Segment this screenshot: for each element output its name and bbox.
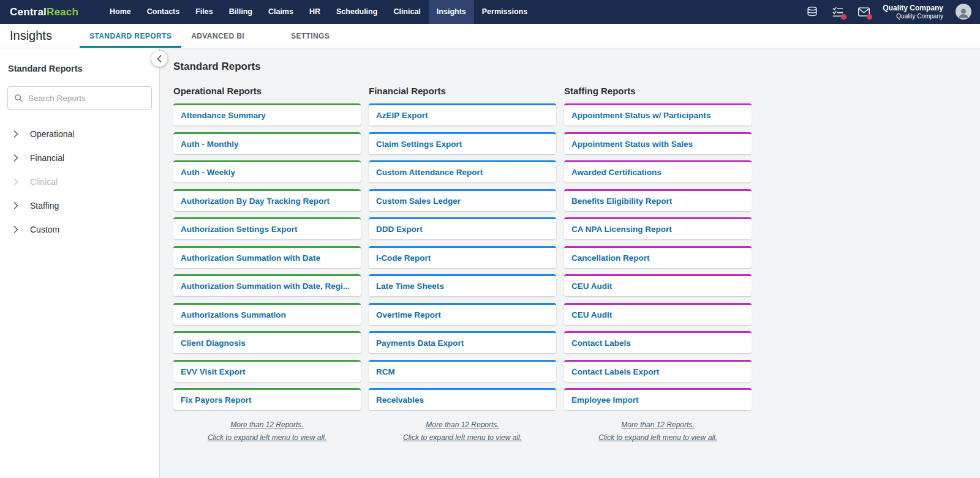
company-switcher[interactable]: Quality Company Quality Company [883, 4, 943, 20]
column-header: Operational Reports [173, 86, 361, 96]
report-card[interactable]: Authorization By Day Tracking Report [173, 189, 361, 211]
more-reports-link[interactable]: More than 12 Reports. [173, 420, 361, 429]
report-card[interactable]: Authorizations Summation [173, 303, 361, 325]
report-card[interactable]: Overtime Report [369, 303, 556, 325]
expand-menu-link[interactable]: Click to expand left menu to view all. [369, 433, 556, 442]
report-card[interactable]: I-Code Report [369, 246, 556, 268]
report-card[interactable]: CEU Audit [564, 303, 752, 325]
user-avatar[interactable] [956, 4, 971, 20]
report-link: Employee Import [571, 395, 639, 405]
report-link: Contact Labels Export [571, 367, 659, 376]
report-card[interactable]: Awarded Certifications [564, 160, 752, 182]
nav-item-scheduling[interactable]: Scheduling [328, 0, 385, 24]
search-icon [14, 94, 23, 103]
company-subname: Quality Company [883, 13, 943, 20]
more-links: More than 12 Reports.Click to expand lef… [369, 420, 556, 442]
report-card[interactable]: AzEIP Export [369, 103, 556, 125]
report-card[interactable]: Late Time Sheets [369, 274, 556, 296]
sidebar-item-label: Operational [30, 129, 74, 139]
report-card[interactable]: RCM [369, 360, 556, 382]
report-card[interactable]: Auth - Monthly [173, 132, 361, 154]
chevron-right-icon [13, 130, 18, 138]
more-links: More than 12 Reports.Click to expand lef… [564, 420, 752, 442]
tab-settings[interactable]: SETTINGS [281, 24, 339, 48]
report-link: Authorization By Day Tracking Report [181, 196, 330, 206]
column-header: Financial Reports [369, 86, 556, 96]
report-link: Cancellation Report [571, 253, 650, 263]
report-card[interactable]: Claim Settings Export [369, 132, 556, 154]
navbar-right: Quality Company Quality Company [805, 4, 980, 20]
report-card[interactable]: Fix Payors Report [173, 388, 361, 410]
nav-item-hr[interactable]: HR [301, 0, 328, 24]
sidebar-item-clinical[interactable]: Clinical [0, 170, 159, 193]
report-card[interactable]: Custom Sales Ledger [369, 189, 556, 211]
report-link: Benefits Eligibility Report [571, 196, 672, 206]
report-column: Staffing ReportsAppointment Status w/ Pa… [564, 86, 752, 446]
report-card[interactable]: Receivables [369, 388, 556, 410]
sidebar-item-custom[interactable]: Custom [0, 217, 159, 241]
report-link: Receivables [376, 395, 424, 405]
report-link: Custom Attendance Report [376, 168, 483, 177]
app-body: Standard Reports OperationalFinancialCli… [0, 48, 980, 478]
sidebar-item-financial[interactable]: Financial [0, 146, 159, 170]
tab-standard-reports[interactable]: STANDARD REPORTS [80, 24, 181, 48]
more-reports-link[interactable]: More than 12 Reports. [369, 420, 556, 429]
more-links: More than 12 Reports.Click to expand lef… [173, 420, 361, 442]
report-card[interactable]: Client Diagnosis [173, 331, 361, 353]
report-card[interactable]: Benefits Eligibility Report [564, 189, 752, 211]
logo-part-reach: Reach [47, 6, 78, 18]
nav-item-permissions[interactable]: Permissions [474, 0, 535, 24]
report-card[interactable]: Contact Labels Export [564, 360, 752, 382]
search-input[interactable] [28, 94, 145, 103]
tasks-icon[interactable] [831, 5, 845, 18]
nav-item-files[interactable]: Files [187, 0, 221, 24]
report-link: Authorization Settings Export [181, 225, 298, 234]
search-box [7, 86, 152, 110]
report-link: Appointment Status with Sales [571, 140, 693, 149]
report-column: Financial ReportsAzEIP ExportClaim Setti… [369, 86, 556, 446]
nav-item-insights[interactable]: Insights [429, 0, 474, 24]
nav-item-clinical[interactable]: Clinical [385, 0, 428, 24]
report-link: CEU Audit [571, 310, 612, 319]
report-card[interactable]: Custom Attendance Report [369, 160, 556, 182]
sidebar-item-operational[interactable]: Operational [0, 122, 159, 146]
report-link: CEU Audit [571, 282, 612, 291]
nav-item-billing[interactable]: Billing [221, 0, 260, 24]
report-card[interactable]: Employee Import [564, 388, 752, 410]
centralreach-logo[interactable]: CentralReach [0, 6, 88, 18]
report-card[interactable]: Auth - Weekly [173, 160, 361, 182]
nav-item-home[interactable]: Home [102, 0, 139, 24]
report-card[interactable]: Authorization Summation with Date [173, 246, 361, 268]
reports-sidebar: Standard Reports OperationalFinancialCli… [0, 48, 160, 478]
report-card[interactable]: Authorization Settings Export [173, 217, 361, 239]
report-link: Overtime Report [376, 310, 441, 319]
expand-menu-link[interactable]: Click to expand left menu to view all. [173, 433, 361, 442]
report-link: CA NPA Licensing Report [571, 225, 672, 234]
nav-item-claims[interactable]: Claims [260, 0, 301, 24]
sidebar-item-staffing[interactable]: Staffing [0, 193, 159, 217]
report-link: Attendance Summary [181, 111, 266, 120]
report-card[interactable]: Authorization Summation with Date, Regi.… [173, 274, 361, 296]
report-card[interactable]: CA NPA Licensing Report [564, 217, 752, 239]
report-card[interactable]: Appointment Status w/ Participants [564, 103, 752, 125]
collapse-sidebar-button[interactable] [151, 51, 167, 67]
apps-stack-icon[interactable] [805, 5, 819, 18]
report-card[interactable]: EVV Visit Export [173, 360, 361, 382]
report-card[interactable]: Appointment Status with Sales [564, 132, 752, 154]
more-reports-link[interactable]: More than 12 Reports. [564, 420, 752, 429]
report-link: Claim Settings Export [376, 140, 462, 149]
sidebar-item-label: Clinical [30, 177, 58, 187]
report-card[interactable]: Cancellation Report [564, 246, 752, 268]
report-card[interactable]: CEU Audit [564, 274, 752, 296]
nav-item-contacts[interactable]: Contacts [139, 0, 187, 24]
expand-menu-link[interactable]: Click to expand left menu to view all. [564, 433, 752, 442]
chevron-right-icon [13, 226, 18, 233]
mail-icon[interactable] [857, 5, 870, 18]
tab-advanced-bi[interactable]: ADVANCED BI [181, 24, 254, 48]
report-card[interactable]: DDD Export [369, 217, 556, 239]
column-header: Staffing Reports [564, 86, 752, 96]
report-card[interactable]: Payments Data Export [369, 331, 556, 353]
report-card[interactable]: Attendance Summary [173, 103, 361, 125]
report-card[interactable]: Contact Labels [564, 331, 752, 353]
chevron-right-icon [13, 202, 18, 209]
